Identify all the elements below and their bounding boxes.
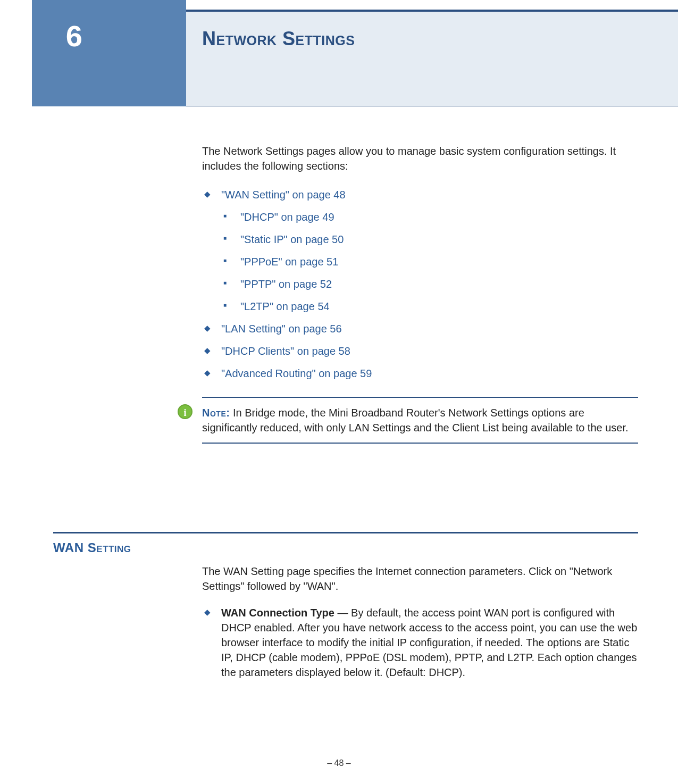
toc-link[interactable]: "Advanced Routing" on page 59 bbox=[221, 368, 372, 379]
toc-item-lan: "LAN Setting" on page 56 bbox=[202, 321, 638, 336]
info-icon: i bbox=[178, 404, 192, 419]
main-content: The Network Settings pages allow you to … bbox=[202, 144, 638, 476]
toc-subitem: "PPPoE" on page 51 bbox=[221, 254, 638, 269]
section-intro: The WAN Setting page specifies the Inter… bbox=[202, 564, 638, 594]
chapter-number-block bbox=[32, 0, 186, 106]
toc-link[interactable]: "WAN Setting" on page 48 bbox=[221, 189, 346, 201]
section-bullet: WAN Connection Type — By default, the ac… bbox=[202, 605, 638, 680]
intro-paragraph: The Network Settings pages allow you to … bbox=[202, 144, 638, 173]
note-text: In Bridge mode, the Mini Broadband Route… bbox=[202, 407, 629, 433]
page-number: – 48 – bbox=[0, 758, 678, 768]
toc-link[interactable]: "L2TP" on page 54 bbox=[240, 301, 330, 312]
toc-item-wan: "WAN Setting" on page 48 "DHCP" on page … bbox=[202, 187, 638, 314]
toc-link[interactable]: "PPPoE" on page 51 bbox=[240, 256, 338, 268]
chapter-title-band: Network Settings bbox=[186, 10, 678, 106]
section-body: The WAN Setting page specifies the Inter… bbox=[202, 564, 638, 696]
chapter-number: 6 bbox=[32, 19, 96, 53]
toc-link[interactable]: "Static IP" on page 50 bbox=[240, 233, 344, 245]
toc-item-dhcp-clients: "DHCP Clients" on page 58 bbox=[202, 344, 638, 358]
toc-link[interactable]: "LAN Setting" on page 56 bbox=[221, 323, 342, 335]
toc-list: "WAN Setting" on page 48 "DHCP" on page … bbox=[202, 187, 638, 381]
bullet-term: WAN Connection Type bbox=[221, 607, 334, 619]
toc-link[interactable]: "PPTP" on page 52 bbox=[240, 278, 332, 290]
section-divider bbox=[53, 532, 638, 533]
toc-subitem: "Static IP" on page 50 bbox=[221, 232, 638, 247]
toc-item-advanced-routing: "Advanced Routing" on page 59 bbox=[202, 366, 638, 381]
toc-subitem: "L2TP" on page 54 bbox=[221, 299, 638, 314]
toc-sublist: "DHCP" on page 49 "Static IP" on page 50… bbox=[221, 210, 638, 314]
section-heading: WAN Setting bbox=[53, 540, 131, 555]
note-box: i Note: In Bridge mode, the Mini Broadba… bbox=[202, 397, 638, 444]
toc-subitem: "DHCP" on page 49 bbox=[221, 210, 638, 224]
chapter-title: Network Settings bbox=[186, 12, 678, 50]
chapter-header: 6 Network Settings bbox=[0, 0, 678, 106]
toc-link[interactable]: "DHCP Clients" on page 58 bbox=[221, 345, 350, 357]
toc-subitem: "PPTP" on page 52 bbox=[221, 277, 638, 291]
note-label: Note: bbox=[202, 407, 230, 419]
section-bullets: WAN Connection Type — By default, the ac… bbox=[202, 605, 638, 680]
toc-link[interactable]: "DHCP" on page 49 bbox=[240, 211, 334, 223]
